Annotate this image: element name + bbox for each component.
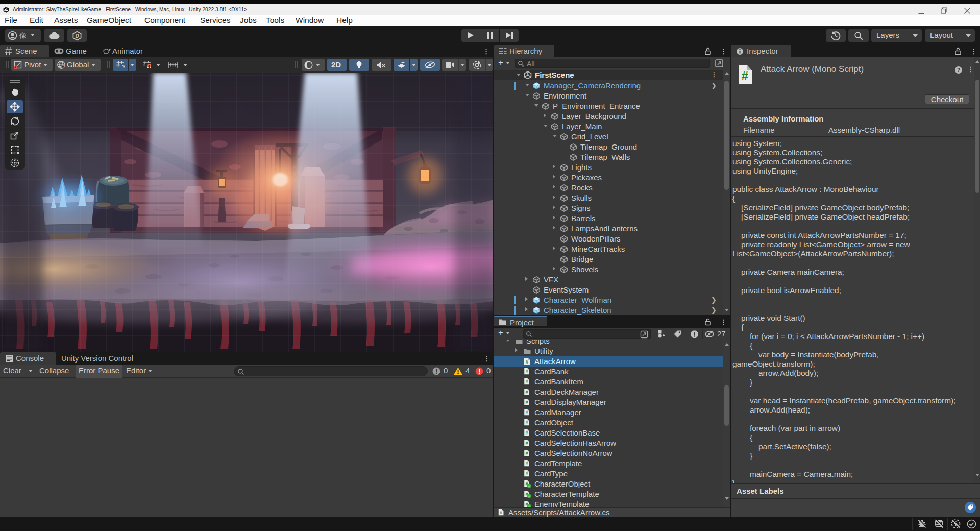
svg-text:D: D <box>75 33 79 39</box>
svg-text:#: # <box>742 69 748 83</box>
svg-text:?: ? <box>957 67 960 73</box>
svg-text:Y: Y <box>122 64 126 69</box>
